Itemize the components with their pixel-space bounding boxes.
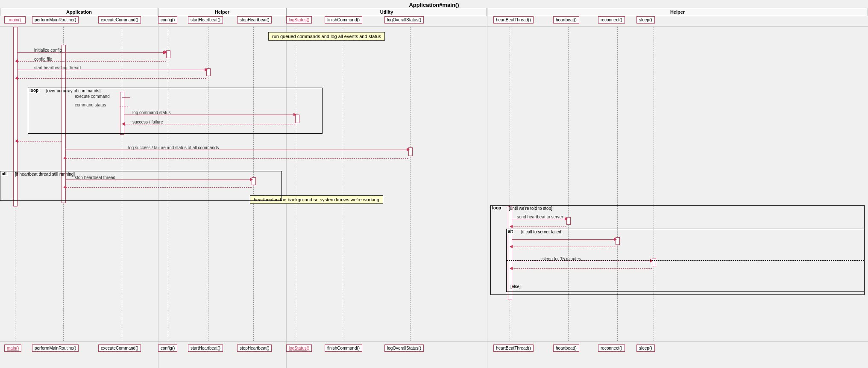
lbl-config-file: config file xyxy=(34,57,52,62)
fragment-alt-server-guard: [if call to server failed] xyxy=(519,229,564,235)
lifeline-logStatus-top[interactable]: logStatus() xyxy=(286,16,312,24)
lifeline-line-logstatus xyxy=(297,26,297,342)
lifeline-heartbeat-top[interactable]: heartbeat() xyxy=(553,16,579,24)
fragment-else-label: [else] xyxy=(509,284,522,289)
lifeline-logOverallStatus-top[interactable]: logOverallStatus() xyxy=(384,16,424,24)
swimlane-helper-1: Helper xyxy=(158,8,286,16)
bottom-separator xyxy=(0,341,868,342)
lifeline-stopHeartbeat-bottom[interactable]: stopHeartbeat() xyxy=(237,344,272,352)
msg-pmr-return xyxy=(18,141,62,141)
swimlane-sep-2 xyxy=(286,8,287,368)
lifeline-main-bottom[interactable]: main() xyxy=(4,344,21,352)
lifeline-finishCommand-bottom[interactable]: finishCommand() xyxy=(325,344,362,352)
lifeline-executeCommand-bottom[interactable]: executeCommand() xyxy=(98,344,141,352)
msg-logoverall-return xyxy=(66,158,408,159)
fragment-alt-guard: [if heartbeat thread still running] xyxy=(13,171,76,177)
ah-pmr-return xyxy=(15,139,18,143)
fragment-alt-server-label: alt xyxy=(507,229,514,234)
ah-init-config xyxy=(164,50,167,54)
lifeline-finishCommand-top[interactable]: finishCommand() xyxy=(325,16,362,24)
lifeline-executeCommand-top[interactable]: executeCommand() xyxy=(98,16,141,24)
swimlane-utility: Utility xyxy=(286,8,487,16)
ah-starthb-return xyxy=(15,77,18,80)
lifeline-performMainRoutine-top[interactable]: performMainRoutine() xyxy=(32,16,79,24)
lifeline-config-bottom[interactable]: config() xyxy=(158,344,177,352)
lifeline-logOverallStatus-bottom[interactable]: logOverallStatus() xyxy=(384,344,424,352)
lifeline-heartBeatThread-top[interactable]: heartBeatThread() xyxy=(493,16,534,24)
lifeline-heartBeatThread-bottom[interactable]: heartBeatThread() xyxy=(493,344,534,352)
lifeline-sleep-bottom[interactable]: sleep() xyxy=(636,344,655,352)
lifeline-logStatus-bottom[interactable]: logStatus() xyxy=(286,344,312,352)
fragment-alt-hb: alt [if heartbeat thread still running] xyxy=(0,171,282,201)
lifeline-stopHeartbeat-top[interactable]: stopHeartbeat() xyxy=(237,16,272,24)
ah-start-hb xyxy=(205,68,208,71)
swimlane-helper-2: Helper xyxy=(487,8,868,16)
header-separator xyxy=(0,26,868,27)
swimlane-sep-3 xyxy=(487,8,487,368)
msg-log-overall xyxy=(66,150,408,150)
fragment-alt-divider xyxy=(507,260,864,261)
lbl-log-overall: log success / failure and status of all … xyxy=(128,145,219,150)
lifeline-line-finish xyxy=(342,26,342,342)
sequence-diagram: Application#main() Application Helper Ut… xyxy=(0,0,868,368)
fragment-loop-hb-label: loop xyxy=(491,206,502,210)
ah-config-file xyxy=(15,59,18,63)
fragment-alt-server: alt [if call to server failed] [else] xyxy=(506,229,865,292)
lbl-start-hb: start heartbeating thread xyxy=(34,65,81,70)
fragment-loop-hb-guard: [until we're told to stop] xyxy=(507,206,554,211)
fragment-alt-label: alt xyxy=(0,171,8,176)
lifeline-config-top[interactable]: config() xyxy=(158,16,177,24)
note-run-queued: run queued commands and log all events a… xyxy=(268,32,385,41)
msg-starthb-return xyxy=(18,78,206,79)
lbl-init-config: initialize config xyxy=(34,48,62,53)
lifeline-main-top[interactable]: main() xyxy=(4,16,26,24)
lifeline-performMainRoutine-bottom[interactable]: performMainRoutine() xyxy=(32,344,79,352)
fragment-loop-commands: loop [over an array of commands] xyxy=(28,88,323,134)
ah-log-overall xyxy=(407,148,410,151)
lifeline-reconnect-top[interactable]: reconnect() xyxy=(598,16,625,24)
fragment-loop-guard: [over an array of commands] xyxy=(44,88,102,94)
ah-logoverall-return xyxy=(63,156,66,160)
lifeline-startHeartbeat-bottom[interactable]: startHeartbeat() xyxy=(188,344,223,352)
lifeline-line-logoverall xyxy=(410,26,411,342)
lifeline-heartbeat-bottom[interactable]: heartbeat() xyxy=(553,344,579,352)
lifeline-sleep-top[interactable]: sleep() xyxy=(636,16,655,24)
lifeline-reconnect-bottom[interactable]: reconnect() xyxy=(598,344,625,352)
swimlane-application: Application xyxy=(0,8,158,16)
lifeline-startHeartbeat-top[interactable]: startHeartbeat() xyxy=(188,16,223,24)
fragment-loop-label: loop xyxy=(28,88,40,93)
